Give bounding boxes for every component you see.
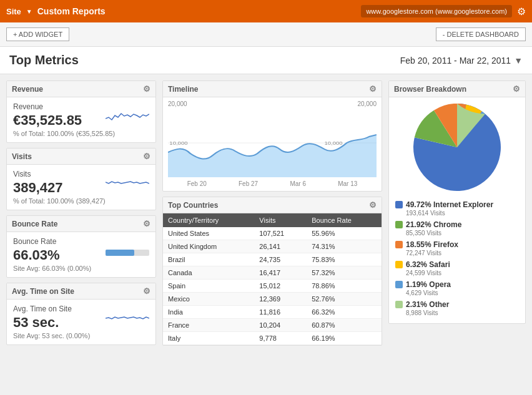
legend-pct: 2.31% Other — [406, 300, 449, 309]
revenue-row: Revenue €35,525.85 — [13, 102, 149, 129]
countries-header-label: Top Countries — [168, 201, 218, 210]
site-chevron: ▼ — [26, 8, 32, 15]
domain-selector[interactable]: www.googlestore.com (www.googlestore.com… — [361, 5, 512, 17]
browser-gear-icon[interactable]: ⚙ — [513, 84, 520, 94]
delete-dashboard-button[interactable]: - DELETE DASHBOARD — [436, 27, 526, 41]
page-title-header: Custom Reports — [37, 6, 106, 16]
bounce-gear-icon[interactable]: ⚙ — [143, 219, 150, 228]
table-cell: 57.32% — [307, 266, 382, 280]
page-title: Top Metrics — [9, 53, 79, 67]
table-cell: 10,204 — [254, 319, 307, 332]
table-row: Spain15,01278.86% — [163, 280, 382, 293]
page-header: Top Metrics Feb 20, 2011 - Mar 22, 2011 … — [0, 47, 532, 74]
legend-pct: 49.72% Internet Explorer — [406, 200, 493, 209]
bounce-header-label: Bounce Rate — [12, 220, 57, 228]
table-cell: Canada — [163, 266, 254, 280]
table-row: United States107,52155.96% — [163, 227, 382, 240]
right-column: Browser Breakdown ⚙ — [388, 80, 526, 346]
legend-color-dot — [395, 301, 403, 308]
legend-item: 18.55% Firefox 72,247 Visits — [395, 240, 519, 256]
revenue-sparkline — [106, 106, 149, 125]
timeline-x-label-2: Mar 6 — [290, 180, 306, 187]
avgtime-sub: Site Avg: 53 sec. (0.00%) — [13, 332, 149, 339]
visits-header-label: Visits — [12, 152, 32, 161]
visits-widget: Visits ⚙ Visits 389,427 % of Total: 100.… — [6, 148, 156, 210]
legend-visits: 24,599 Visits — [406, 270, 441, 276]
table-row: Italy9,77866.19% — [163, 332, 382, 345]
legend-color-dot — [395, 281, 403, 288]
bounce-value: 66.03% — [13, 247, 60, 263]
table-cell: 24,735 — [254, 253, 307, 266]
timeline-svg: 10,000 10,000 — [168, 109, 377, 177]
header-left: Site ▼ Custom Reports — [6, 6, 106, 16]
table-row: Canada16,41757.32% — [163, 266, 382, 280]
table-cell: United States — [163, 227, 254, 240]
legend-text: 49.72% Internet Explorer 193,614 Visits — [406, 200, 493, 217]
visits-label: Visits — [13, 170, 63, 178]
legend-item: 21.92% Chrome 85,350 Visits — [395, 220, 519, 237]
legend-text: 2.31% Other 8,988 Visits — [406, 300, 449, 316]
legend-color-dot — [395, 261, 403, 268]
bounce-sub: Site Avg: 66.03% (0.00%) — [13, 265, 149, 272]
bounce-bar-container — [106, 250, 149, 256]
table-cell: 26,141 — [254, 240, 307, 253]
table-cell: 9,778 — [254, 332, 307, 345]
legend-pct: 21.92% Chrome — [406, 220, 461, 229]
legend-text: 1.19% Opera 4,629 Visits — [406, 280, 451, 296]
table-cell: 60.87% — [307, 319, 382, 332]
countries-table: Country/Territory Visits Bounce Rate Uni… — [163, 213, 382, 345]
avgtime-header-label: Avg. Time on Site — [12, 287, 74, 296]
settings-icon[interactable]: ⚙ — [517, 6, 526, 17]
browser-widget: Browser Breakdown ⚙ — [388, 80, 526, 324]
site-menu[interactable]: Site — [6, 7, 21, 16]
table-cell: India — [163, 306, 254, 319]
date-range-selector[interactable]: Feb 20, 2011 - Mar 22, 2011 ▼ — [400, 56, 523, 66]
avgtime-gear-icon[interactable]: ⚙ — [143, 286, 150, 296]
timeline-widget: Timeline ⚙ 20,000 20,000 10,000 10 — [162, 80, 382, 192]
timeline-x-labels: Feb 20 Feb 27 Mar 6 Mar 13 — [168, 179, 377, 191]
revenue-gear-icon[interactable]: ⚙ — [143, 84, 150, 94]
table-cell: 55.96% — [307, 227, 382, 240]
visits-gear-icon[interactable]: ⚙ — [143, 152, 150, 161]
legend-color-dot — [395, 241, 403, 248]
avgtime-widget: Avg. Time on Site ⚙ Avg. Time on Site 53… — [6, 283, 156, 345]
table-cell: 74.31% — [307, 240, 382, 253]
revenue-sub: % of Total: 100.00% (€35,525.85) — [13, 130, 149, 137]
table-row: France10,20460.87% — [163, 319, 382, 332]
timeline-widget-header: Timeline ⚙ — [163, 81, 382, 97]
countries-widget: Top Countries ⚙ Country/Territory Visits… — [162, 197, 382, 346]
col-country: Country/Territory — [163, 213, 254, 227]
table-cell: 12,369 — [254, 293, 307, 306]
legend-text: 18.55% Firefox 72,247 Visits — [406, 240, 458, 256]
add-widget-button[interactable]: + ADD WIDGET — [6, 27, 69, 41]
countries-widget-header: Top Countries ⚙ — [163, 197, 382, 213]
svg-text:10,000: 10,000 — [169, 140, 187, 146]
timeline-x-label-1: Feb 27 — [239, 180, 258, 187]
countries-gear-icon[interactable]: ⚙ — [369, 200, 377, 210]
browser-header-label: Browser Breakdown — [394, 85, 466, 94]
timeline-x-label-0: Feb 20 — [187, 180, 207, 187]
table-row: Mexico12,36952.76% — [163, 293, 382, 306]
table-cell: Mexico — [163, 293, 254, 306]
bounce-bar — [106, 250, 134, 256]
table-row: United Kingdom26,14174.31% — [163, 240, 382, 253]
main-content: Revenue ⚙ Revenue €35,525.85 % of Total:… — [0, 74, 532, 352]
table-cell: 78.86% — [307, 280, 382, 293]
legend-pct: 1.19% Opera — [406, 280, 451, 289]
legend-text: 21.92% Chrome 85,350 Visits — [406, 220, 461, 237]
col-bounce: Bounce Rate — [307, 213, 382, 227]
table-cell: Spain — [163, 280, 254, 293]
pie-chart-container — [389, 97, 525, 197]
avgtime-label: Avg. Time on Site — [13, 305, 72, 313]
revenue-widget-body: Revenue €35,525.85 % of Total: 100.00% (… — [7, 97, 155, 142]
visits-sub: % of Total: 100.00% (389,427) — [13, 197, 149, 205]
avgtime-widget-header: Avg. Time on Site ⚙ — [7, 283, 155, 300]
table-cell: United Kingdom — [163, 240, 254, 253]
timeline-gear-icon[interactable]: ⚙ — [369, 84, 377, 94]
table-cell: 52.76% — [307, 293, 382, 306]
table-cell: 66.19% — [307, 332, 382, 345]
timeline-y-right-top: 20,000 — [357, 100, 377, 107]
avgtime-sparkline — [106, 308, 149, 327]
svg-text:10,000: 10,000 — [325, 140, 343, 146]
legend-pct: 18.55% Firefox — [406, 240, 458, 249]
